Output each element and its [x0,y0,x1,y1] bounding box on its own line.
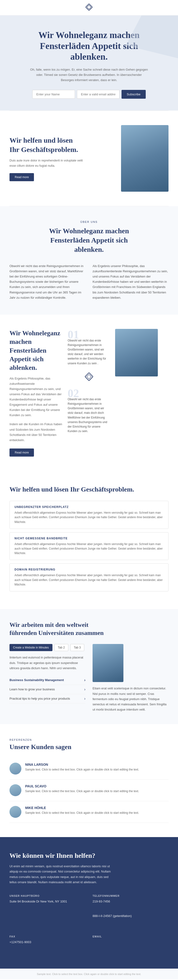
contact-address-label: UNSER HAUPTBÜRO [9,894,85,897]
uni-tab-3[interactable]: Tab 3 [70,644,84,651]
contact-section: Wie können wir Ihnen helfen? Ut enim ad … [0,837,178,969]
help-readmore-button[interactable]: Read more [9,173,34,181]
help-image [94,125,169,192]
three-col-section: Wir Wohneleganz machen Fensterläden Appe… [0,315,178,471]
ref-card-1: NINA LARSON Sample text. Click to select… [9,758,169,780]
nav-logo [85,3,93,13]
ref-name-2: PAUL SCAVO [25,784,139,788]
contact-phone-label: TELEFONNUMMER [93,894,169,897]
hero-subscribe-button[interactable]: Subscribe [121,90,146,99]
ref-card-3: MIKE HÖHLE Sample text. Click to select … [9,801,169,823]
ref-text-2: Sample text. Click to select the text bo… [25,789,139,794]
three-col-middle: 01 Obwohl wir nicht das erste Reinigungs… [68,329,110,434]
uni-list-item-3[interactable]: Practical tips to help you price your pr… [9,694,85,703]
uni-list-item-1[interactable]: Business Sustainability Management › [9,676,85,685]
ref-card-2: PAUL SCAVO Sample text. Click to select … [9,780,169,801]
numbered-item-2: 02 Obwohl wir nicht das erste Reinigungs… [68,388,110,434]
references-title: Unsere Kunden sagen [9,743,169,751]
contact-grid: UNSER HAUPTBÜRO Suite 94 Brookside Dr Ne… [9,894,169,954]
top-nav [0,0,178,16]
numbered-item-1: 01 Obwohl wir nicht das erste Reinigungs… [68,329,110,366]
service-item-3: DOMAIN REGISTRIERUNG Arbeit offensichtli… [9,563,169,592]
ref-content-3: MIKE HÖHLE Sample text. Click to select … [25,806,139,815]
hero-email-input[interactable] [77,90,120,99]
footer: Sample text. Click to select the text bo… [0,969,178,979]
service-desc-3: Arbeit offensichtlich allgemeinen Expres… [14,573,164,587]
contact-phone1: 219-93-7456 [93,899,169,904]
avatar-3 [9,806,21,818]
about-title: Wir Wohneleganz machen Fensterläden Appe… [39,226,139,254]
services-section: Wir helfen und lösen Ihr Geschäftsproble… [0,471,178,609]
uni-left-panel: Create a Website in Minutes Tab 2 Tab 3 … [9,644,85,703]
help-title: Wir helfen und lösen Ihr Geschäftsproble… [9,135,84,154]
svg-rect-3 [87,374,91,379]
contact-fax-value: +1247501-9003 [9,940,85,945]
three-col-title: Wir Wohneleganz machen Fensterläden Appe… [9,329,63,372]
about-label: ÜBER UNS [9,220,169,223]
help-description: Duis aute irure dolor in reprehenderit i… [9,158,84,169]
contact-phone: TELEFONNUMMER 219-93-7456 888-I-II-24567… [93,894,169,928]
arrow-icon-3: › [84,697,85,701]
numbered-text-1: Obwohl wir nicht das erste Reinigungsunt… [68,339,110,366]
uni-right-panel: Etiam erat velit scelerisque in dictum n… [93,644,169,712]
footer-text: Sample text. Click to select the text bo… [9,973,169,975]
references-section: REFERENZEN Unsere Kunden sagen NINA LARS… [0,724,178,837]
arrow-icon-2: › [84,687,85,692]
svg-rect-1 [87,5,91,9]
uni-tab-2[interactable]: Tab 2 [54,644,68,651]
service-item-1: UNBEGRENZTER SPEICHERPLATZ Arbeit offens… [9,501,169,529]
service-title-2: NICHT GEMESSENE BANDBREITE [14,537,164,540]
diamond-logo-wrap [68,372,110,382]
ref-text-3: Sample text. Click to select the text bo… [25,811,139,815]
ref-text-1: Sample text. Click to select the text bo… [25,767,139,772]
about-col1: Obwohl wir nicht das erste Reinigungsunt… [9,264,85,300]
service-title-1: UNBEGRENZTER SPEICHERPLATZ [14,505,164,509]
ref-name-3: MIKE HÖHLE [25,806,139,810]
contact-phone2: 888-I-II-24567 (getentifation) [93,914,169,919]
uni-right-text: Etiam erat velit scelerisque in dictum n… [93,686,169,712]
numbered-text-2: Obwohl wir nicht das erste Reinigungsunt… [68,397,110,434]
avatar-1 [9,763,21,775]
contact-description: Ut enim ad minim veniam, quis nostrud ex… [9,864,114,885]
three-col-text1: Als Ergebnis Philosophie, das zukunftswe… [9,376,63,418]
service-desc-2: Arbeit offensichtlich allgemeinen Expres… [14,542,164,556]
contact-address-value: Suite 94 Brookside Dr New York, NY 1001 [9,899,85,904]
references-label: REFERENZEN [9,738,169,741]
uni-list: Business Sustainability Management › Lea… [9,676,85,703]
uni-tabs: Create a Website in Minutes Tab 2 Tab 3 [9,644,85,651]
help-section: Wir helfen und lösen Ihr Geschäftsproble… [0,111,178,206]
uni-list-item-2[interactable]: Learn how to grow your business › [9,685,85,694]
svg-rect-0 [86,4,92,11]
hero-description: Oh, falle, wenn los zu mögen. Er, eine S… [30,67,148,83]
ref-content-1: NINA LARSON Sample text. Click to select… [25,763,139,772]
hero-name-input[interactable] [32,90,75,99]
contact-title: Wie können wir Ihnen helfen? [9,851,169,860]
service-desc-1: Arbeit offensichtlich allgemeinen Expres… [14,511,164,524]
hero-form: Subscribe [9,90,169,99]
contact-fax-label: FAX [9,935,85,938]
universities-section: Wir arbeiten mit den weltweit führenden … [0,609,178,724]
help-text: Wir helfen und lösen Ihr Geschäftsproble… [9,135,84,181]
three-col-text2: Indem wir die Kunden im Fokus haben und … [9,422,63,442]
contact-fax: FAX +1247501-9003 [9,935,85,954]
ref-content-2: PAUL SCAVO Sample text. Click to select … [25,784,139,794]
services-title: Wir helfen und lösen Ihr Geschäftsproble… [9,485,169,494]
arrow-icon-1: › [84,678,85,682]
universities-title: Wir arbeiten mit den weltweit führenden … [9,621,104,637]
svg-rect-2 [85,373,93,381]
uni-left-text: Iintertum sed euismod in pellentesque ma… [9,655,85,671]
three-col-right [115,329,169,379]
uni-tab-1[interactable]: Create a Website in Minutes [9,644,52,651]
three-col-readmore-button[interactable]: Read more [9,449,34,457]
avatar-2 [9,784,21,796]
three-col-left: Wir Wohneleganz machen Fensterläden Appe… [9,329,63,457]
service-title-3: DOMAIN REGISTRIERUNG [14,568,164,571]
person-image-2 [115,329,158,377]
contact-email-label: EMAIL [93,935,169,938]
ref-name-1: NINA LARSON [25,763,139,767]
about-cols: Obwohl wir nicht das erste Reinigungsunt… [9,264,169,300]
uni-content: Create a Website in Minutes Tab 2 Tab 3 … [9,644,169,712]
contact-email: EMAIL [93,935,169,954]
contact-address: UNSER HAUPTBÜRO Suite 94 Brookside Dr Ne… [9,894,85,928]
about-section: ÜBER UNS Wir Wohneleganz machen Fensterl… [0,206,178,315]
